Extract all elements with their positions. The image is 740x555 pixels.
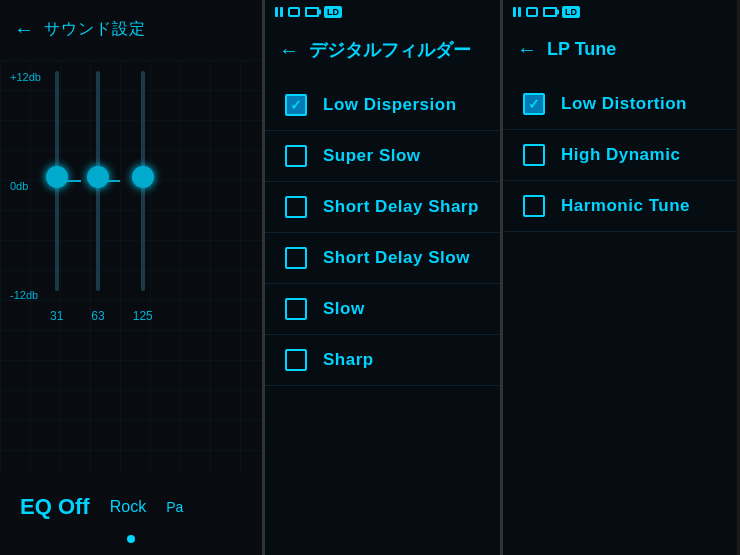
pause-bar-r1	[513, 7, 516, 17]
eq-label-12db-neg: -12db	[10, 289, 41, 301]
filter-item-4[interactable]: Slow	[265, 284, 500, 335]
filter-item-5[interactable]: Sharp	[265, 335, 500, 386]
lp-filter-label-2: Harmonic Tune	[561, 196, 690, 216]
lp-filter-checkbox-1[interactable]	[523, 144, 545, 166]
filter-label-3: Short Delay Slow	[323, 248, 470, 268]
filter-checkbox-4[interactable]	[285, 298, 307, 320]
filter-item-1[interactable]: Super Slow	[265, 131, 500, 182]
eq-footer: EQ Off Rock Pa	[0, 494, 262, 520]
lp-filter-label-0: Low Distortion	[561, 94, 687, 114]
filter-item-0[interactable]: Low Dispersion	[265, 80, 500, 131]
eq-label-0db: 0db	[10, 180, 41, 192]
filter-checkbox-1[interactable]	[285, 145, 307, 167]
eq-slider-125[interactable]: 125	[133, 71, 153, 323]
eq-label-12db-pos: +12db	[10, 71, 41, 83]
eq-freq-63: 63	[91, 309, 104, 323]
eq-dash-31	[65, 180, 81, 182]
right-status-bar: LD	[503, 0, 737, 24]
lp-tune-back[interactable]: ←	[517, 38, 537, 61]
eq-title: サウンド設定	[44, 19, 146, 40]
middle-status-bar: LD	[265, 0, 500, 24]
filter-label-0: Low Dispersion	[323, 95, 457, 115]
filter-item-2[interactable]: Short Delay Sharp	[265, 182, 500, 233]
eq-off-label: EQ Off	[20, 494, 90, 520]
lp-filter-item-1[interactable]: High Dynamic	[503, 130, 737, 181]
filter-label-5: Sharp	[323, 350, 374, 370]
eq-page-label: Pa	[166, 499, 183, 515]
usb-icon-right	[526, 7, 538, 17]
lp-filter-checkbox-2[interactable]	[523, 195, 545, 217]
filter-label-4: Slow	[323, 299, 365, 319]
pause-bar-2	[280, 7, 283, 17]
eq-thumb-125[interactable]	[132, 166, 154, 188]
lp-filter-label-1: High Dynamic	[561, 145, 680, 165]
filter-item-3[interactable]: Short Delay Slow	[265, 233, 500, 284]
eq-thumb-63[interactable]	[87, 166, 109, 188]
digital-filter-list: Low DispersionSuper SlowShort Delay Shar…	[265, 70, 500, 396]
filter-checkbox-5[interactable]	[285, 349, 307, 371]
pause-bar-1	[275, 7, 278, 17]
eq-thumb-31[interactable]	[46, 166, 68, 188]
eq-track-31	[55, 71, 59, 291]
filter-checkbox-0[interactable]	[285, 94, 307, 116]
lp-tune-list: Low DistortionHigh DynamicHarmonic Tune	[503, 69, 737, 242]
lp-filter-item-2[interactable]: Harmonic Tune	[503, 181, 737, 232]
pause-bar-r2	[518, 7, 521, 17]
lp-tune-title: LP Tune	[547, 39, 616, 60]
lp-tune-header: ← LP Tune	[503, 24, 737, 69]
eq-sliders-area: +12db 0db -12db 31 63	[0, 51, 262, 391]
filter-label-1: Super Slow	[323, 146, 421, 166]
eq-freq-31: 31	[50, 309, 63, 323]
eq-track-125	[141, 71, 145, 291]
eq-header: ← サウンド設定	[0, 0, 262, 51]
lp-filter-item-0[interactable]: Low Distortion	[503, 79, 737, 130]
eq-back-arrow[interactable]: ←	[14, 18, 34, 41]
ld-badge-right: LD	[562, 6, 580, 18]
battery-icon-right	[543, 7, 557, 17]
battery-icon-middle	[305, 7, 319, 17]
eq-track-63	[96, 71, 100, 291]
digital-filter-panel: LD ← デジタルフィルダー Low DispersionSuper SlowS…	[265, 0, 503, 555]
eq-rock-label: Rock	[110, 498, 146, 516]
digital-filter-back[interactable]: ←	[279, 39, 299, 62]
eq-dash-63	[104, 180, 120, 182]
filter-checkbox-2[interactable]	[285, 196, 307, 218]
digital-filter-header: ← デジタルフィルダー	[265, 24, 500, 70]
lp-filter-checkbox-0[interactable]	[523, 93, 545, 115]
eq-slider-63[interactable]: 63	[91, 71, 104, 323]
eq-slider-31[interactable]: 31	[50, 71, 63, 323]
eq-page-indicator	[127, 535, 135, 543]
eq-freq-125: 125	[133, 309, 153, 323]
pause-icon-right	[513, 7, 521, 17]
filter-label-2: Short Delay Sharp	[323, 197, 479, 217]
pause-icon	[275, 7, 283, 17]
eq-panel: ← サウンド設定 +12db 0db -12db 31	[0, 0, 265, 555]
usb-icon	[288, 7, 300, 17]
eq-db-labels: +12db 0db -12db	[10, 71, 41, 301]
eq-sliders-row: 31 63 125	[50, 61, 252, 323]
digital-filter-title: デジタルフィルダー	[309, 38, 471, 62]
filter-checkbox-3[interactable]	[285, 247, 307, 269]
ld-badge-middle: LD	[324, 6, 342, 18]
lp-tune-panel: LD ← LP Tune Low DistortionHigh DynamicH…	[503, 0, 737, 555]
